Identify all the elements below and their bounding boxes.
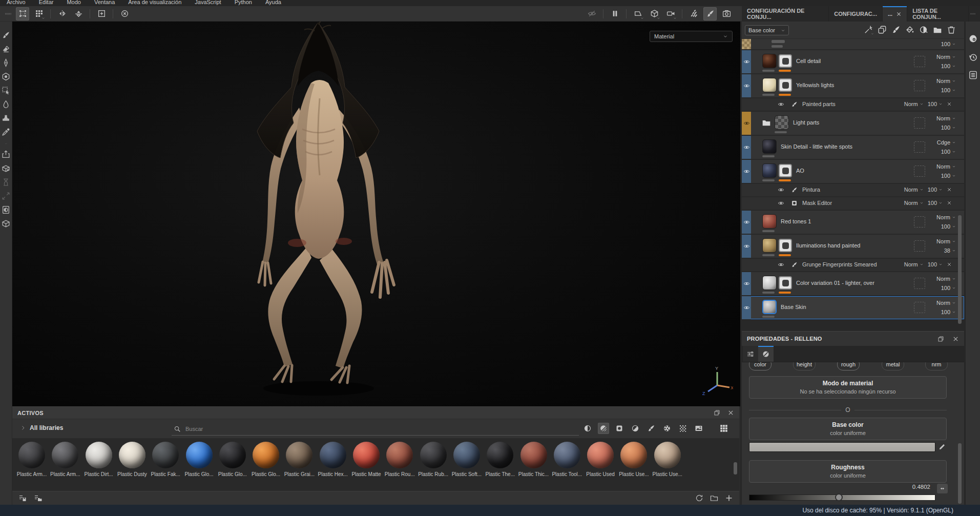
eye-icon[interactable] xyxy=(778,101,784,108)
menu--rea-de-visualizaci-n[interactable]: Área de visualización xyxy=(121,0,188,6)
opacity-select[interactable]: 100 xyxy=(929,123,956,132)
shading-mode-dropdown[interactable]: Material xyxy=(650,31,733,42)
layer-effect-row[interactable]: Mask Editor Norm 100 xyxy=(742,197,964,210)
visibility-toggle-button[interactable] xyxy=(585,7,598,20)
eye-icon[interactable] xyxy=(743,168,750,175)
dock-tab-1[interactable]: CONFIGURAC... xyxy=(829,6,883,22)
blend-mode-select[interactable]: Norm xyxy=(929,298,956,307)
material-mode-box[interactable]: Modo de material No se ha seleccionado n… xyxy=(749,376,947,399)
dock-tab-3[interactable]: LISTA DE CONJUN... xyxy=(907,6,968,22)
layer-blend-opacity[interactable]: Norm 100 xyxy=(929,76,956,95)
mask-slot-box[interactable] xyxy=(914,216,925,228)
grid-view-icon[interactable] xyxy=(719,424,728,433)
magic-wand-button[interactable] xyxy=(864,25,873,34)
layer-thumbnail[interactable] xyxy=(762,78,777,92)
opacity-select[interactable]: 100 xyxy=(929,171,956,180)
layer-thumbnail[interactable] xyxy=(762,214,777,229)
delete-effect-icon[interactable] xyxy=(947,187,952,192)
material-item[interactable]: Plastic Glo... xyxy=(249,442,282,477)
search-input[interactable] xyxy=(185,426,493,432)
layer-blend-opacity[interactable]: Norm 100 xyxy=(929,298,956,317)
material-item[interactable]: Plastic Arm... xyxy=(49,442,81,477)
layer-blend-opacity[interactable]: Norm 100 xyxy=(929,52,956,71)
opacity-select[interactable]: 100 xyxy=(929,222,956,231)
material-item[interactable]: Plastic Grai... xyxy=(283,442,316,477)
geometry-select-tool[interactable] xyxy=(1,85,11,95)
dock-tab-0[interactable]: CONFIGURACIÓN DE CONJU... xyxy=(742,6,829,22)
layer-blend-opacity[interactable]: Norm 100 xyxy=(929,114,956,132)
material-item[interactable]: Plastic Used xyxy=(584,442,617,477)
eraser-tool[interactable] xyxy=(1,44,11,54)
menu-editar[interactable]: Editar xyxy=(32,0,60,6)
mask-slot-box[interactable] xyxy=(914,56,925,67)
add-smudge-button[interactable] xyxy=(919,25,928,34)
library-toggle[interactable]: All libraries xyxy=(20,424,63,431)
layer-mask-thumbnail[interactable] xyxy=(779,78,792,92)
layer-thumbnail[interactable] xyxy=(775,115,789,130)
add-layer-button[interactable] xyxy=(878,25,887,34)
eye-icon[interactable] xyxy=(743,58,750,65)
roughness-slider-handle[interactable] xyxy=(835,493,843,501)
channel-chip-color[interactable]: color xyxy=(749,362,772,370)
mask-slot-box[interactable] xyxy=(914,302,925,313)
eye-icon[interactable] xyxy=(778,200,784,207)
menu-python[interactable]: Python xyxy=(228,0,259,6)
eye-icon[interactable] xyxy=(743,82,750,89)
layers-scrollbar[interactable] xyxy=(958,215,962,324)
material-item[interactable]: Plastic Glo... xyxy=(183,442,216,477)
channel-chip-metal[interactable]: metal xyxy=(882,362,904,370)
blend-mode-select[interactable]: Norm xyxy=(929,274,956,283)
frame-focus-button[interactable] xyxy=(95,7,108,20)
pause-engine-button[interactable] xyxy=(608,7,621,20)
layer-mask-thumbnail[interactable] xyxy=(779,54,792,68)
roughness-slider[interactable] xyxy=(749,494,935,501)
material-item[interactable]: Plastic Rou... xyxy=(383,442,416,477)
material-item[interactable]: Plastic Thic... xyxy=(517,442,550,477)
save-list-icon[interactable] xyxy=(18,494,27,502)
opacity-select[interactable]: 100 xyxy=(929,147,956,156)
layer-row-partial[interactable]: 100 xyxy=(742,39,964,49)
new-folder-icon[interactable] xyxy=(710,494,718,502)
paint-tool[interactable] xyxy=(1,30,11,40)
smudge-tool[interactable] xyxy=(1,99,11,109)
material-item[interactable]: Plastic Fak... xyxy=(149,442,182,477)
layer-thumbnail[interactable] xyxy=(762,300,777,314)
opacity-select[interactable]: 100 xyxy=(928,101,943,107)
eye-icon[interactable] xyxy=(778,261,784,268)
bake-pending-button[interactable] xyxy=(1,177,11,187)
shelf-scrollbar[interactable] xyxy=(734,462,737,474)
polygon-fill-tool[interactable] xyxy=(1,71,11,81)
material-item[interactable]: Plastic Tool... xyxy=(551,442,583,477)
mask-slot-box[interactable] xyxy=(914,240,925,252)
refresh-icon[interactable] xyxy=(695,494,703,502)
expand-view-button[interactable] xyxy=(1,191,11,201)
menu-archivo[interactable]: Archivo xyxy=(0,0,32,6)
opacity-select[interactable]: 100 xyxy=(929,86,956,95)
toolbar-drag-handle-icon[interactable] xyxy=(4,10,12,17)
menu-ayuda[interactable]: Ayuda xyxy=(259,0,288,6)
add-fill-button[interactable] xyxy=(905,25,914,34)
filter-smart-masks[interactable] xyxy=(614,423,625,434)
layer-effect-row[interactable]: Pintura Norm 100 xyxy=(742,184,964,196)
tabbar-drag-handle-icon[interactable] xyxy=(969,11,977,17)
maximize-icon[interactable] xyxy=(937,336,944,342)
close-icon[interactable] xyxy=(952,336,959,342)
layer-effect-row[interactable]: Painted parts Norm 100 xyxy=(742,98,964,111)
blend-mode-select[interactable]: Norm xyxy=(904,261,924,267)
filter-filters[interactable] xyxy=(630,423,641,434)
opacity-select[interactable]: 100 xyxy=(929,307,956,317)
layer-row[interactable]: Light parts Norm 100 xyxy=(742,112,964,135)
color-picker-pencil-icon[interactable] xyxy=(939,443,946,450)
close-icon[interactable] xyxy=(727,409,734,416)
blend-mode-select[interactable]: Norm xyxy=(929,52,956,61)
dock-tab-2[interactable]: ... xyxy=(883,6,907,22)
layer-thumbnail[interactable] xyxy=(762,276,777,290)
layer-effect-row[interactable]: Grunge Fingerprints Smeared Norm 100 xyxy=(742,259,964,271)
layer-thumbnail[interactable] xyxy=(762,54,777,68)
eye-icon[interactable] xyxy=(743,120,750,127)
blend-mode-select[interactable]: Norm xyxy=(904,101,924,107)
clone-stamp-tool[interactable] xyxy=(1,113,11,123)
base-color-box[interactable]: Base color color uniforme xyxy=(749,418,947,440)
viewport-3d[interactable]: Material Y X Z xyxy=(12,22,740,406)
opacity-select[interactable]: 100 xyxy=(928,200,943,206)
